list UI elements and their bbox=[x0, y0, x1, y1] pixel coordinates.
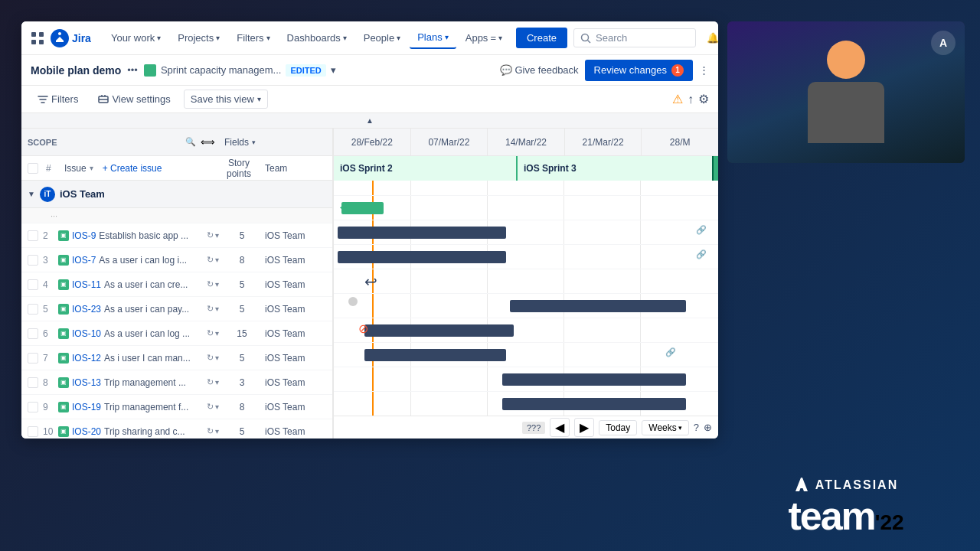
filters-button[interactable]: Filters bbox=[31, 90, 85, 109]
nav-items: Your work▾ Projects▾ Filters▾ Dashboards… bbox=[103, 27, 510, 49]
nav-people[interactable]: People▾ bbox=[356, 28, 408, 48]
issue-type-icon: ▣ bbox=[58, 402, 69, 412]
row-checkbox[interactable] bbox=[28, 353, 38, 364]
issue-key[interactable]: IOS-19 bbox=[72, 402, 101, 412]
issue-type-icon: ▣ bbox=[58, 426, 69, 437]
sort-icon[interactable]: ▾ bbox=[90, 164, 93, 172]
gantt-bar[interactable] bbox=[502, 373, 686, 386]
ios-team-group-row[interactable]: ▼ iT iOS Team bbox=[21, 181, 332, 208]
issue-title: As i user I can man... bbox=[104, 353, 191, 364]
row-checkbox[interactable] bbox=[28, 230, 38, 241]
table-row: 3 ▣ IOS-7 As a user i can log i... ↻ ▾ 8… bbox=[21, 248, 332, 272]
gantt-bar[interactable] bbox=[338, 227, 506, 239]
nav-apps[interactable]: Apps =▾ bbox=[458, 28, 510, 48]
help-gantt-icon[interactable]: ? bbox=[694, 422, 699, 433]
capacity-label: Sprint capacity managem... EDITED ▾ bbox=[144, 64, 336, 77]
save-dropdown-icon[interactable]: ▾ bbox=[257, 95, 261, 103]
issue-key[interactable]: IOS-12 bbox=[72, 353, 101, 364]
refresh-icon[interactable]: ↻ bbox=[207, 353, 214, 363]
table-header: SCOPE 🔍 ⟺ Fields ▾ bbox=[21, 129, 332, 156]
weeks-button[interactable]: Weeks ▾ bbox=[642, 420, 688, 435]
row-checkbox[interactable] bbox=[28, 279, 38, 290]
row-icons: ↻ ▾ bbox=[207, 353, 219, 363]
refresh-icon[interactable]: ↻ bbox=[207, 426, 214, 436]
sprint2-band: iOS Sprint 2 bbox=[334, 156, 518, 181]
issue-key[interactable]: IOS-7 bbox=[72, 255, 96, 266]
header-checkbox bbox=[28, 163, 43, 174]
gantt-row bbox=[334, 181, 718, 196]
person-silhouette bbox=[800, 41, 892, 163]
warning-icon: ⚠ bbox=[672, 92, 683, 106]
fields-button[interactable]: Fields ▾ bbox=[219, 135, 261, 150]
row-checkbox[interactable] bbox=[28, 304, 38, 315]
nav-filters[interactable]: Filters▾ bbox=[229, 28, 277, 48]
refresh-icon[interactable]: ↻ bbox=[207, 255, 214, 265]
search-box[interactable]: Search bbox=[573, 28, 696, 47]
table-row: 6 ▣ IOS-10 As a user i can log ... ↻ ▾ 1… bbox=[21, 321, 332, 346]
next-button[interactable]: ▶ bbox=[574, 418, 594, 437]
svg-line-5 bbox=[588, 40, 591, 43]
refresh-icon[interactable]: ↻ bbox=[207, 279, 214, 289]
gantt-bar[interactable] bbox=[502, 398, 686, 410]
row-checkbox[interactable] bbox=[28, 402, 38, 412]
notifications-icon[interactable]: 🔔 bbox=[702, 28, 718, 49]
row-checkbox[interactable] bbox=[28, 426, 38, 437]
team-cell: iOS Team bbox=[265, 353, 326, 364]
date-col-1: 28/Feb/22 bbox=[334, 129, 411, 155]
date-col-4: 21/Mar/22 bbox=[565, 129, 642, 155]
review-changes-button[interactable]: Review changes 1 bbox=[585, 60, 693, 81]
issue-key[interactable]: IOS-9 bbox=[72, 230, 96, 241]
group-collapse-icon[interactable]: ▼ bbox=[28, 190, 35, 198]
zoom-gantt-icon[interactable]: ⊕ bbox=[704, 422, 712, 433]
refresh-icon[interactable]: ↻ bbox=[207, 230, 214, 240]
collapse-arrow[interactable]: ▲ bbox=[21, 113, 718, 129]
nav-projects[interactable]: Projects▾ bbox=[170, 28, 227, 48]
issue-key[interactable]: IOS-23 bbox=[72, 304, 101, 315]
share-icon[interactable]: ↑ bbox=[688, 93, 694, 106]
row-checkbox[interactable] bbox=[28, 328, 38, 339]
view-settings-button[interactable]: View settings bbox=[91, 90, 177, 109]
sub-nav: Mobile plan demo ••• Sprint capacity man… bbox=[21, 55, 718, 86]
prev-button[interactable]: ◀ bbox=[550, 418, 570, 437]
gantt-bar[interactable] bbox=[364, 349, 506, 361]
issue-type-icon: ▣ bbox=[58, 279, 69, 290]
settings-icon2[interactable]: ⚙ bbox=[698, 92, 709, 106]
nav-your-work[interactable]: Your work▾ bbox=[103, 28, 168, 48]
feedback-button[interactable]: 💬 Give feedback bbox=[500, 64, 579, 76]
row-checkbox[interactable] bbox=[28, 377, 38, 388]
top-nav: Jira Your work▾ Projects▾ Filters▾ Dashb… bbox=[21, 21, 718, 55]
nav-plans[interactable]: Plans▾ bbox=[410, 27, 456, 49]
more-icon[interactable]: ••• bbox=[127, 64, 138, 76]
issue-key[interactable]: IOS-11 bbox=[72, 279, 101, 290]
issue-key[interactable]: IOS-20 bbox=[72, 426, 101, 437]
row-checkbox[interactable] bbox=[28, 255, 38, 266]
toolbar-right: ⚠ ↑ ⚙ bbox=[672, 92, 709, 106]
gantt-bar[interactable] bbox=[338, 251, 506, 263]
create-button[interactable]: Create bbox=[516, 28, 567, 48]
refresh-icon[interactable]: ↻ bbox=[207, 377, 214, 387]
refresh-icon[interactable]: ↻ bbox=[207, 402, 214, 412]
save-view-button[interactable]: Save this view ▾ bbox=[184, 90, 268, 109]
issue-key[interactable]: IOS-13 bbox=[72, 377, 101, 388]
atlassian-text: ATLASSIAN bbox=[815, 478, 898, 492]
circular-arrow-icon: ↩ bbox=[364, 272, 377, 291]
create-issue-button[interactable]: + Create issue bbox=[103, 163, 162, 174]
dropdown-icon[interactable]: ▾ bbox=[331, 64, 336, 76]
select-all-checkbox[interactable] bbox=[28, 163, 38, 174]
gantt-bar[interactable] bbox=[364, 324, 514, 337]
refresh-icon[interactable]: ↻ bbox=[207, 304, 214, 314]
expand-icon[interactable]: ⟺ bbox=[196, 136, 219, 148]
toolbar: Filters View settings Save this view ▾ ⚠… bbox=[21, 86, 718, 113]
nav-dashboards[interactable]: Dashboards▾ bbox=[279, 28, 354, 48]
grid-icon[interactable] bbox=[31, 29, 44, 47]
plan-title[interactable]: Mobile plan demo bbox=[31, 64, 121, 77]
today-button[interactable]: Today bbox=[599, 420, 637, 435]
date-col-2: 07/Mar/22 bbox=[411, 129, 488, 155]
story-points: 5 bbox=[219, 426, 265, 437]
refresh-icon[interactable]: ↻ bbox=[207, 328, 214, 338]
gantt-bar[interactable] bbox=[510, 300, 686, 312]
link-icon: 🔗 bbox=[696, 249, 707, 259]
scope-search-icon[interactable]: 🔍 bbox=[185, 137, 196, 147]
issue-key[interactable]: IOS-10 bbox=[72, 328, 101, 339]
more-options-icon[interactable]: ⋮ bbox=[699, 64, 709, 76]
